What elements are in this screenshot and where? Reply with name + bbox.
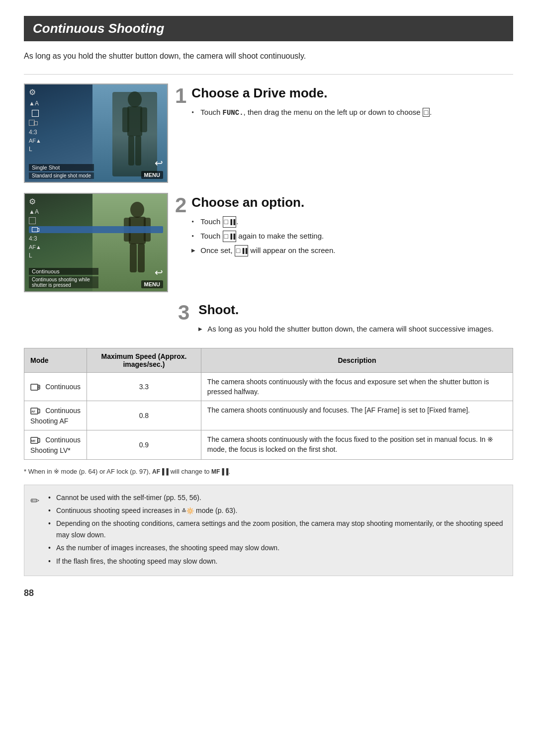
continuous-icon-3: □▐▐	[235, 245, 249, 256]
step1-list: Touch FUNC., then drag the menu on the l…	[191, 107, 513, 118]
cam1-top-icons: ⚙ ▲A 4:3	[29, 87, 163, 153]
step2-touch1: Touch □▐▐ .	[191, 216, 513, 228]
step1-heading: Choose a Drive mode.	[191, 85, 513, 101]
svg-rect-16	[38, 409, 40, 413]
af-mode-icon: AF	[30, 406, 45, 415]
cam2-mode-label: Continuous	[29, 268, 98, 275]
note-4: As the number of images increases, the s…	[48, 542, 504, 553]
step3-instruction-1: As long as you hold the shutter button d…	[198, 324, 513, 335]
speed-af: 0.8	[87, 401, 201, 430]
table-row-af: AF ContinuousShooting AF 0.8 The camera …	[24, 401, 513, 430]
lv-mode-icon: MF	[30, 435, 45, 444]
func-text: FUNC.	[223, 109, 244, 117]
speed-lv: 0.9	[87, 430, 201, 460]
step1-instructions: Choose a Drive mode. Touch FUNC., then d…	[191, 85, 513, 121]
table-header-mode: Mode	[24, 348, 87, 372]
cam1-back-icon: ↩	[155, 157, 163, 169]
cam1-mode-label: Single Shot	[29, 164, 94, 171]
page-container: Continuous Shooting As long as you hold …	[0, 0, 537, 756]
continuous-icon-2: □▐▐	[223, 231, 237, 242]
step2-once-set: Once set, □▐▐ will appear on the screen.	[191, 245, 513, 256]
desc-lv: The camera shoots continuously with the …	[201, 430, 513, 460]
notes-list: Cannot be used with the self-timer (pp. …	[48, 492, 504, 567]
step1-row: ⚙ ▲A 4:3	[24, 84, 513, 183]
cam1-sub-label: Standard single shot mode	[29, 172, 94, 179]
page-title: Continuous Shooting	[33, 21, 504, 36]
mode-af: AF ContinuousShooting AF	[24, 401, 87, 430]
note-pencil-icon: ✏	[30, 492, 39, 509]
footer-note: * When in ※ mode (p. 64) or AF lock (p. …	[24, 467, 513, 477]
note-5: If the flash fires, the shooting speed m…	[48, 556, 504, 567]
step3-row: 3 Shoot. As long as you hold the shutter…	[24, 302, 513, 338]
cam2-bottom: Continuous Continuous shooting while shu…	[29, 266, 163, 288]
step2-camera-panel: ⚙ ▲A 4:3	[24, 193, 168, 292]
table-header-speed-text: Maximum Speed (Approx. images/sec.)	[101, 352, 186, 368]
step2-heading: Choose an option.	[191, 195, 513, 210]
cam1-bottom: Single Shot Standard single shot mode ↩ …	[29, 157, 163, 179]
svg-rect-12	[31, 384, 38, 390]
note-2: Continuous shooting speed increases in ≛…	[48, 505, 504, 516]
continuous-mode-icon	[30, 382, 45, 391]
note-1: Cannot be used with the self-timer (pp. …	[48, 492, 504, 503]
single-shot-icon: □	[423, 108, 430, 117]
step3-heading: Shoot.	[198, 302, 513, 318]
cam2-back-icon: ↩	[155, 266, 163, 278]
step2-touch2: Touch □▐▐ again to make the setting.	[191, 231, 513, 242]
svg-rect-19	[38, 438, 40, 442]
table-header-description: Description	[201, 348, 513, 372]
svg-text:AF: AF	[31, 410, 35, 413]
step3-number: 3	[178, 302, 189, 323]
step1-instruction-1: Touch FUNC., then drag the menu on the l…	[191, 107, 513, 118]
step1-camera-panel: ⚙ ▲A 4:3	[24, 84, 168, 183]
step3-instructions: Shoot. As long as you hold the shutter b…	[198, 302, 513, 338]
cam2-top-icons: ⚙ ▲A 4:3	[29, 197, 163, 259]
continuous-icon-1: □▐▐	[223, 216, 237, 228]
cam1-menu-btn: MENU	[141, 171, 163, 179]
section-divider	[24, 74, 513, 75]
step2-number: 2	[175, 195, 186, 216]
step1-number: 1	[175, 85, 186, 106]
note-box: ✏ Cannot be used with the self-timer (pp…	[24, 485, 513, 576]
step2-instructions: Choose an option. Touch □▐▐ . Touch □▐▐ …	[191, 195, 513, 259]
af-icon-footer: AF▐▐	[152, 468, 169, 475]
speed-continuous: 3.3	[87, 372, 201, 401]
step2-list: Touch □▐▐ . Touch □▐▐ again to make the …	[191, 216, 513, 256]
cam2-continuous-row	[29, 226, 163, 233]
cam2-menu-btn: MENU	[141, 280, 163, 288]
mode-lv: MF ContinuousShooting LV*	[24, 430, 87, 460]
title-bar: Continuous Shooting	[24, 16, 513, 41]
intro-text: As long as you hold the shutter button d…	[24, 50, 513, 62]
mf-icon-footer: MF▐▐	[211, 468, 228, 475]
table-header-speed: Maximum Speed (Approx. images/sec.)	[87, 348, 201, 372]
svg-text:MF: MF	[31, 439, 36, 442]
cam2-sub-label: Continuous shooting while shutter is pre…	[29, 276, 98, 288]
page-number: 88	[24, 588, 513, 598]
mode-continuous: Continuous	[24, 372, 87, 401]
step3-list: As long as you hold the shutter button d…	[198, 324, 513, 335]
drive-mode-table: Mode Maximum Speed (Approx. images/sec.)…	[24, 348, 513, 460]
step2-row: ⚙ ▲A 4:3	[24, 193, 513, 292]
cam1-single-shot-row	[29, 109, 163, 118]
desc-continuous: The camera shoots continuously with the …	[201, 372, 513, 401]
mode-continuous-label: Continuous	[45, 383, 81, 391]
table-row-continuous: Continuous 3.3 The camera shoots continu…	[24, 372, 513, 401]
note-3: Depending on the shooting conditions, ca…	[48, 518, 504, 540]
table-row-lv: MF ContinuousShooting LV* 0.9 The camera…	[24, 430, 513, 460]
desc-af: The camera shoots continuously and focus…	[201, 401, 513, 430]
